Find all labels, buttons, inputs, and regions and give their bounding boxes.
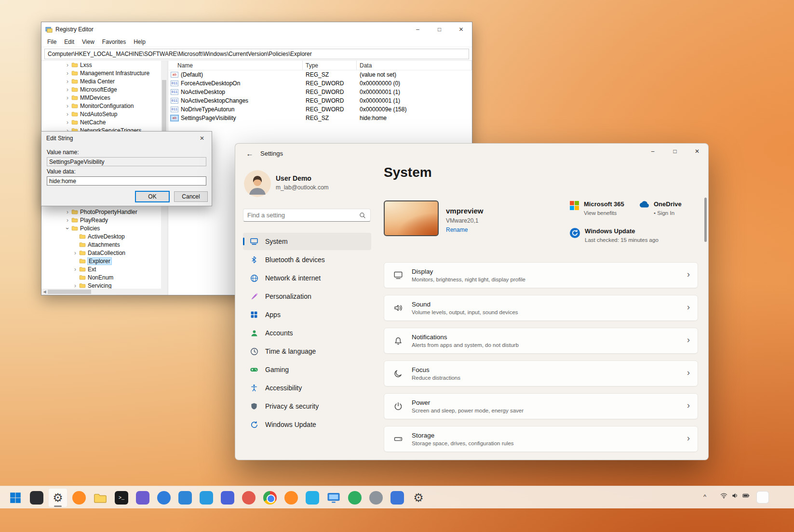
menu-favorites[interactable]: Favorites bbox=[98, 39, 130, 45]
minimize-icon[interactable]: – bbox=[407, 22, 429, 37]
tree-horizontal-scrollbar[interactable]: ◀ bbox=[41, 289, 161, 295]
tree-item-ncdautosetup[interactable]: ›NcdAutoSetup bbox=[41, 110, 161, 118]
tree-item-playready[interactable]: ›PlayReady bbox=[41, 216, 161, 224]
blue-app-3-icon[interactable] bbox=[218, 488, 237, 507]
sidebar-item-accessibility[interactable]: Accessibility bbox=[243, 379, 371, 397]
close-icon[interactable]: ✕ bbox=[192, 132, 212, 145]
expand-arrow-icon[interactable]: › bbox=[72, 266, 78, 273]
gray-app-icon[interactable] bbox=[366, 488, 386, 507]
value-name-field[interactable] bbox=[47, 157, 206, 166]
window-app-icon[interactable] bbox=[388, 488, 407, 507]
settings-card-power[interactable]: PowerScreen and sleep, power mode, energ… bbox=[384, 393, 698, 419]
column-name[interactable]: Name bbox=[169, 61, 303, 70]
wifi-icon[interactable] bbox=[720, 492, 727, 499]
maximize-icon[interactable]: □ bbox=[429, 22, 450, 37]
expand-arrow-icon[interactable]: › bbox=[65, 78, 70, 85]
settings-card-focus[interactable]: FocusReduce distractions› bbox=[384, 360, 698, 386]
registry-value-row-nodrivetypeautorun[interactable]: 011NoDriveTypeAutorunREG_DWORD0x0000009e… bbox=[169, 105, 472, 114]
settings-scrollbar-thumb[interactable] bbox=[704, 198, 707, 242]
tree-item-nonenum[interactable]: ›NonEnum bbox=[41, 273, 161, 281]
onedrive-subtitle[interactable]: • Sign In bbox=[654, 210, 674, 216]
sidebar-item-windows-update[interactable]: Windows Update bbox=[243, 416, 371, 433]
blue-app-2-icon[interactable] bbox=[197, 488, 216, 507]
tree-item-activedesktop[interactable]: ›ActiveDesktop bbox=[41, 232, 161, 240]
tree-item-policies[interactable]: ›Policies bbox=[41, 224, 161, 232]
cancel-button[interactable]: Cancel bbox=[174, 191, 208, 202]
menu-edit[interactable]: Edit bbox=[60, 39, 78, 45]
scrollbar-thumb[interactable] bbox=[162, 80, 166, 138]
sidebar-item-personalization[interactable]: Personalization bbox=[243, 288, 371, 305]
registry-value-row-settingspagevisibility[interactable]: abSettingsPageVisibilityREG_SZhide:home bbox=[169, 114, 472, 122]
expand-arrow-icon[interactable]: › bbox=[65, 62, 70, 68]
menu-file[interactable]: File bbox=[43, 39, 60, 45]
expand-arrow-icon[interactable]: › bbox=[65, 111, 70, 118]
tree-item-attachments[interactable]: ›Attachments bbox=[41, 240, 161, 249]
sidebar-item-bluetooth-devices[interactable]: Bluetooth & devices bbox=[243, 251, 371, 268]
tree-item-datacollection[interactable]: ›DataCollection bbox=[41, 249, 161, 257]
expand-arrow-icon[interactable]: › bbox=[72, 282, 78, 289]
tree-item-microsoftedge[interactable]: ›MicrosoftEdge bbox=[41, 85, 161, 93]
tree-item-media-center[interactable]: ›Media Center bbox=[41, 77, 161, 85]
sidebar-item-time-language[interactable]: Time & language bbox=[243, 343, 371, 360]
back-arrow-icon[interactable]: ← bbox=[242, 147, 257, 160]
settings-card-sound[interactable]: SoundVolume levels, output, input, sound… bbox=[384, 295, 698, 321]
close-icon[interactable]: ✕ bbox=[450, 22, 472, 37]
light-blue-app-icon[interactable] bbox=[303, 488, 322, 507]
sidebar-item-system[interactable]: System bbox=[243, 233, 371, 250]
firefox-browser-2-icon[interactable] bbox=[282, 488, 301, 507]
sidebar-item-gaming[interactable]: Gaming bbox=[243, 361, 371, 378]
microsoft-365-subtitle[interactable]: View benefits bbox=[584, 210, 617, 216]
registry-value-row-noactivedesktop[interactable]: 011NoActiveDesktopREG_DWORD0x00000001 (1… bbox=[169, 88, 472, 96]
expand-arrow-icon[interactable]: › bbox=[65, 70, 70, 77]
expand-arrow-icon[interactable]: › bbox=[65, 209, 70, 215]
expand-arrow-icon[interactable]: › bbox=[65, 94, 70, 101]
sidebar-item-apps[interactable]: Apps bbox=[243, 306, 371, 323]
tree-item-mmdevices[interactable]: ›MMDevices bbox=[41, 93, 161, 102]
settings-card-storage[interactable]: StorageStorage space, drives, configurat… bbox=[384, 426, 698, 452]
registry-value-row-forceactivedesktopon[interactable]: 011ForceActiveDesktopOnREG_DWORD0x000000… bbox=[169, 79, 472, 88]
settings-card-display[interactable]: DisplayMonitors, brightness, night light… bbox=[384, 262, 698, 288]
expand-arrow-icon[interactable]: › bbox=[65, 119, 70, 126]
chrome-browser-icon[interactable] bbox=[260, 488, 280, 507]
firefox-browser-icon[interactable] bbox=[69, 488, 89, 507]
ok-button[interactable]: OK bbox=[135, 191, 169, 202]
windows-update-block[interactable]: Windows Update Last checked: 15 minutes … bbox=[569, 226, 659, 244]
registry-value-row-noactivedesktopchanges[interactable]: 011NoActiveDesktopChangesREG_DWORD0x0000… bbox=[169, 96, 472, 105]
tree-item-monitorconfiguration[interactable]: ›MonitorConfiguration bbox=[41, 102, 161, 110]
volume-icon[interactable] bbox=[731, 492, 739, 499]
collapse-arrow-icon[interactable]: › bbox=[64, 226, 71, 231]
gear-app-icon[interactable]: ⚙ bbox=[409, 488, 428, 507]
edge-browser-icon[interactable] bbox=[154, 488, 174, 507]
hidden-icons-chevron-icon[interactable]: ^ bbox=[703, 493, 706, 500]
tree-item-netcache[interactable]: ›NetCache bbox=[41, 118, 161, 126]
phone-app-icon[interactable] bbox=[345, 488, 364, 507]
expand-arrow-icon[interactable]: › bbox=[65, 217, 70, 224]
settings-card-notifications[interactable]: NotificationsAlerts from apps and system… bbox=[384, 328, 698, 354]
terminal-app-icon[interactable]: >_ bbox=[112, 488, 131, 507]
notification-center-button[interactable] bbox=[756, 491, 769, 504]
display-app-icon[interactable] bbox=[324, 488, 343, 507]
desktop-dark-app-icon[interactable] bbox=[27, 488, 46, 507]
sidebar-item-network-internet[interactable]: Network & internet bbox=[243, 269, 371, 287]
registry-value-row-default[interactable]: ab(Default)REG_SZ(value not set) bbox=[169, 70, 472, 79]
red-app-icon[interactable] bbox=[239, 488, 258, 507]
tree-item-lxss[interactable]: ›Lxss bbox=[41, 61, 161, 69]
tree-item-management-infrastructure[interactable]: ›Management Infrastructure bbox=[41, 69, 161, 77]
scroll-left-icon[interactable]: ◀ bbox=[41, 290, 48, 294]
expand-arrow-icon[interactable]: › bbox=[65, 86, 70, 93]
tree-item-ext[interactable]: ›Ext bbox=[41, 265, 161, 273]
scrollbar-thumb[interactable] bbox=[48, 290, 91, 294]
rename-link[interactable]: Rename bbox=[446, 226, 468, 233]
tree-item-photopropertyhandler[interactable]: ›PhotoPropertyHandler bbox=[41, 208, 161, 216]
settings-app-icon[interactable]: ⚙ bbox=[48, 488, 67, 507]
expand-arrow-icon[interactable]: › bbox=[72, 250, 78, 256]
sidebar-item-privacy-security[interactable]: Privacy & security bbox=[243, 398, 371, 415]
menu-view[interactable]: View bbox=[78, 39, 98, 45]
microsoft-365-block[interactable]: Microsoft 365 View benefits bbox=[569, 200, 624, 217]
column-data[interactable]: Data bbox=[357, 61, 472, 70]
sidebar-item-accounts[interactable]: Accounts bbox=[243, 324, 371, 342]
start-button[interactable] bbox=[6, 488, 25, 507]
purple-app-icon[interactable] bbox=[133, 488, 152, 507]
tree-item-explorer[interactable]: ›Explorer bbox=[41, 257, 161, 265]
battery-icon[interactable] bbox=[742, 492, 750, 499]
